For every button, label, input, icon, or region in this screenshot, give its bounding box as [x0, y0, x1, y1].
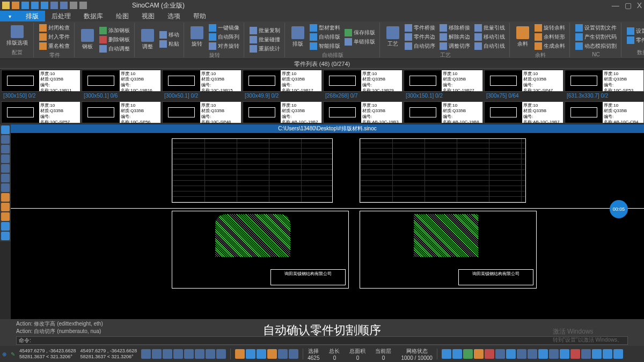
bridge-button[interactable]: 零件桥接 — [404, 24, 436, 32]
restat-button[interactable]: 重新统计 — [248, 45, 281, 53]
tool-select-icon[interactable] — [1, 125, 10, 134]
new-icon[interactable] — [2, 2, 10, 9]
sheet-1[interactable] — [172, 138, 333, 203]
v12-icon[interactable] — [560, 349, 569, 359]
gen-rem-button[interactable]: 生成余料 — [533, 42, 566, 50]
auto-lead-button[interactable]: 自动引线 — [473, 42, 506, 50]
part-item[interactable]: 厚度:10材质:Q335B编号:名称:AB-10C-19B3 — [323, 101, 402, 123]
auto-nest-button[interactable]: 自动排版 — [309, 33, 341, 41]
tool-layer3-icon[interactable] — [1, 222, 10, 231]
set-db-button[interactable]: 设置数据库 — [626, 27, 644, 35]
nest-options-button[interactable]: 排版选项 — [4, 24, 30, 48]
tool-arc-icon[interactable] — [1, 145, 10, 153]
snap5-icon[interactable] — [184, 349, 194, 359]
tool-poly-icon[interactable] — [1, 174, 10, 182]
v8-icon[interactable] — [517, 349, 526, 359]
v9-icon[interactable] — [528, 349, 537, 359]
snap1-icon[interactable] — [141, 349, 151, 359]
seal-part-button[interactable]: 封入零件 — [38, 33, 71, 41]
sheet-3[interactable]: 询田英镇钢结构有限公司 — [172, 211, 349, 289]
v11-icon[interactable] — [549, 349, 559, 359]
tool1-icon[interactable] — [70, 2, 77, 9]
tool-layer1-icon[interactable] — [1, 203, 10, 211]
part-item[interactable]: 厚度:10材质:Q335B编号:名称:AB-10C-19B2 — [243, 101, 322, 123]
drawing-area[interactable]: C:\Users\13480\Desktop\#排版材料.sinoc 询田英镇钢… — [11, 124, 644, 319]
tool-layer2-icon[interactable] — [1, 212, 10, 221]
coord-icon[interactable]: ⊕ — [2, 351, 6, 357]
move-lead-button[interactable]: 移动引线 — [473, 33, 506, 41]
part-item[interactable]: 厚度:10材质:Q335B编号:名称:AB-10C-19B7 — [484, 101, 564, 123]
tool-pan-icon[interactable] — [1, 183, 10, 192]
v16-icon[interactable] — [603, 349, 612, 359]
v5-icon[interactable] — [485, 349, 494, 359]
part-item[interactable]: 厚度:10材质:Q335B编号:名称:10C-SP47 — [484, 70, 564, 92]
tab-postprocess[interactable]: 后处理 — [45, 11, 77, 21]
snap8-icon[interactable] — [216, 349, 226, 359]
paste-button[interactable]: 粘贴 — [158, 40, 180, 48]
tool-rect-icon[interactable] — [1, 164, 10, 173]
tab-view[interactable]: 视图 — [135, 11, 161, 21]
rotate-rem-button[interactable]: 旋转余料 — [533, 24, 566, 32]
mirror-button[interactable]: 一键镜像 — [208, 24, 240, 32]
sheet-2[interactable] — [360, 138, 526, 203]
part-item[interactable]: 厚度:10材质:Q335B编号:名称:10C-19B16 — [82, 70, 161, 92]
v10-icon[interactable] — [538, 349, 548, 359]
tool-layer4-icon[interactable] — [1, 232, 10, 240]
document-tab[interactable]: C:\Users\13480\Desktop\#排版材料.sinoc — [11, 124, 644, 133]
part-item[interactable]: 厚度:10材质:Q335B编号:名称:AB-10C-CB4 — [565, 101, 644, 123]
adjust-button[interactable]: 调整 — [139, 28, 156, 51]
v14-icon[interactable] — [581, 349, 591, 359]
part-item[interactable]: 厚度:10材质:Q335B编号:名称:10C-19B27 — [404, 70, 483, 92]
gen-code-button[interactable]: 产生切割代码 — [574, 33, 618, 41]
remove-bridge-button[interactable]: 移除桥接 — [438, 24, 471, 32]
part-item[interactable]: 厚度:10材质:Q335B编号:名称:10C-SP48 — [162, 101, 241, 123]
add-plate-button[interactable]: 添加钢板 — [98, 26, 131, 35]
auto-adjust-button[interactable]: 自动调整 — [98, 45, 131, 53]
close-button[interactable]: X — [637, 1, 642, 10]
pencil-icon[interactable]: ✎ — [11, 351, 15, 357]
batch-collide-button[interactable]: 批量碰撞 — [248, 35, 281, 44]
tab-database[interactable]: 数据库 — [77, 11, 109, 21]
v3-icon[interactable] — [463, 349, 473, 359]
dupname-check-button[interactable]: 重名检查 — [38, 42, 71, 50]
minimize-button[interactable]: — — [612, 1, 619, 10]
common-edge-button[interactable]: 零件共边 — [404, 33, 436, 41]
remnant-button[interactable]: 余料 — [514, 25, 531, 49]
batch-lead-button[interactable]: 批量引线 — [473, 24, 506, 32]
part-item[interactable]: 厚度:10材质:Q335B编号:名称:10C-SP56 — [82, 101, 161, 123]
app-menu-button[interactable]: ▾ — [0, 11, 19, 21]
print-icon[interactable] — [41, 2, 48, 9]
adjust-order-button[interactable]: 调整切序 — [438, 42, 471, 50]
draw2-icon[interactable] — [246, 349, 255, 359]
canvas[interactable]: 询田英镇钢结构有限公司 询田英镇钢结构有限公司 00:05 — [11, 133, 644, 319]
move-button[interactable]: 移动 — [158, 31, 180, 39]
part-item[interactable]: 厚度:10材质:Q335B编号:名称:10C-19B17 — [243, 70, 322, 92]
rem-rect-button[interactable]: 余料矩形 — [533, 33, 566, 41]
v2-icon[interactable] — [452, 349, 462, 359]
tool2-icon[interactable] — [79, 2, 87, 9]
part-item[interactable]: 厚度:10材质:Q335B编号:名称:10C-19B29 — [323, 70, 402, 92]
draw1-icon[interactable] — [235, 349, 245, 359]
process-button[interactable]: 工艺 — [384, 25, 401, 49]
draw5-icon[interactable] — [278, 349, 288, 359]
v7-icon[interactable] — [506, 349, 516, 359]
array-button[interactable]: 自动阵列 — [208, 33, 240, 41]
align-rotate-button[interactable]: 对齐旋转 — [208, 42, 240, 50]
save-nest-button[interactable]: 保存排版 — [343, 28, 376, 37]
tab-help[interactable]: 帮助 — [187, 11, 213, 21]
tab-nesting[interactable]: 排版 — [19, 11, 45, 21]
v6-icon[interactable] — [495, 349, 505, 359]
snap4-icon[interactable] — [173, 349, 183, 359]
tool-zoom-icon[interactable] — [1, 193, 10, 202]
snap3-icon[interactable] — [163, 349, 172, 359]
v1-icon[interactable] — [442, 349, 451, 359]
undo-icon[interactable] — [50, 2, 58, 9]
draw4-icon[interactable] — [267, 349, 277, 359]
v13-icon[interactable] — [570, 349, 580, 359]
profile-nest-button[interactable]: 型材套料 — [309, 24, 341, 32]
plate-button[interactable]: 钢板 — [79, 28, 96, 51]
tool-line-icon[interactable] — [1, 135, 10, 144]
nest-button[interactable]: 排版 — [289, 25, 306, 49]
snap2-icon[interactable] — [152, 349, 162, 359]
saveall-icon[interactable] — [31, 2, 39, 9]
